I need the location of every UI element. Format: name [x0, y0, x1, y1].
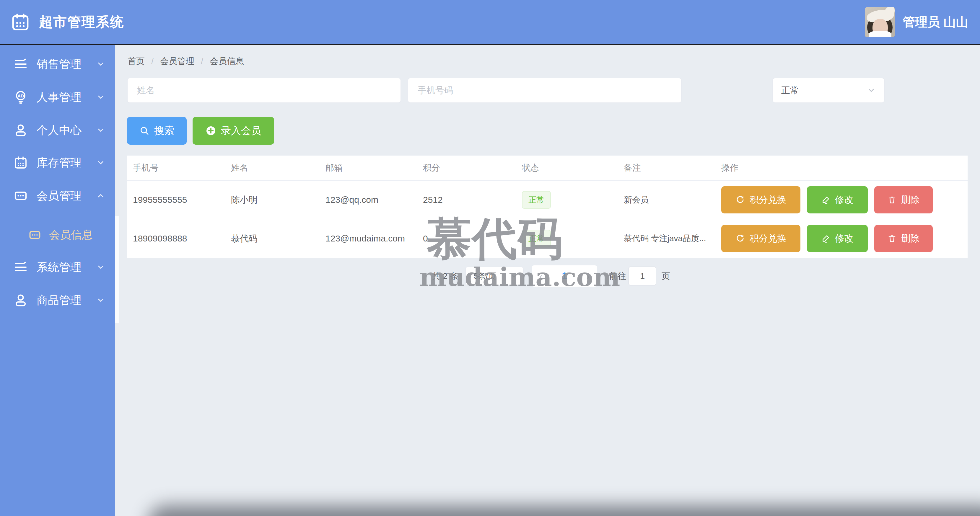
- calendar-logo-icon: [11, 13, 30, 32]
- edit-button[interactable]: 修改: [807, 186, 868, 213]
- user-icon: [14, 123, 28, 137]
- chevron-up-icon: [96, 191, 105, 200]
- points-exchange-button[interactable]: 积分兑换: [721, 186, 800, 213]
- edit-pen-icon: [821, 195, 830, 204]
- sidebar-item-profile[interactable]: 个人中心: [0, 114, 115, 147]
- sidebar-item-system[interactable]: 系统管理: [0, 251, 115, 284]
- chevron-down-icon: [96, 158, 105, 167]
- sidebar-item-inventory[interactable]: 库存管理: [0, 146, 115, 179]
- brand: 超市管理系统: [11, 0, 124, 44]
- col-status: 状态: [522, 162, 624, 174]
- sidebar-item-label: 商品管理: [37, 293, 81, 308]
- status-select-value: 正常: [781, 84, 799, 97]
- sidebar-subitem-member-info[interactable]: 会员信息: [0, 219, 115, 251]
- status-badge: 正常: [522, 191, 551, 209]
- sidebar-item-label: 库存管理: [37, 155, 81, 170]
- cell-phone: 19955555555: [133, 195, 231, 205]
- table-row: 18909098888 慕代码 123@mudaima.com 0 正常 慕代码…: [127, 219, 967, 258]
- col-phone: 手机号: [133, 162, 231, 174]
- col-remark: 备注: [624, 162, 721, 174]
- card-icon: [14, 189, 28, 203]
- prev-page-button[interactable]: ‹: [539, 270, 542, 282]
- cell-phone: 18909098888: [133, 233, 231, 243]
- bottom-shadow: [148, 505, 980, 516]
- chevron-down-icon: [96, 126, 105, 135]
- delete-label: 删除: [901, 232, 920, 245]
- sidebar-item-hr[interactable]: AD 人事管理: [0, 81, 115, 114]
- user-icon: [14, 293, 28, 307]
- chevron-down-icon: [511, 273, 518, 279]
- plus-circle-icon: [205, 125, 216, 136]
- points-exchange-button[interactable]: 积分兑换: [721, 225, 800, 252]
- user-name-label: 管理员 山山: [903, 14, 968, 30]
- sidebar-item-label: 人事管理: [37, 90, 81, 105]
- search-button[interactable]: 搜索: [127, 117, 187, 144]
- goto-page-input[interactable]: [628, 267, 656, 286]
- page-size-value: 5条/页: [474, 271, 496, 281]
- magnifier-icon: [139, 126, 150, 136]
- chevron-down-icon: [96, 263, 105, 271]
- delete-label: 删除: [901, 194, 920, 206]
- current-page-button[interactable]: 1: [562, 271, 567, 281]
- table-header-row: 手机号 姓名 邮箱 积分 状态 备注 操作: [127, 156, 967, 181]
- chevron-down-icon: [96, 60, 105, 68]
- refresh-icon: [735, 234, 745, 243]
- sidebar-item-sales[interactable]: 销售管理: [0, 48, 115, 81]
- menu-lines-icon: [14, 57, 28, 71]
- add-member-button-label: 录入会员: [221, 124, 261, 138]
- edit-label: 修改: [835, 232, 853, 245]
- sidebar-item-members[interactable]: 会员管理: [0, 179, 115, 212]
- cell-email: 123@mudaima.com: [326, 233, 423, 243]
- table-row: 19955555555 陈小明 123@qq.com 2512 正常 新会员 积…: [127, 181, 967, 219]
- menu-lines-icon: [14, 260, 28, 274]
- delete-button[interactable]: 删除: [874, 225, 933, 252]
- svg-text:AD: AD: [18, 93, 24, 98]
- pagination-total: 共 2 条: [432, 267, 458, 286]
- trash-icon: [888, 195, 896, 204]
- edit-label: 修改: [835, 194, 853, 206]
- breadcrumb-home[interactable]: 首页: [127, 56, 145, 67]
- search-button-label: 搜索: [154, 124, 174, 138]
- breadcrumb-separator: /: [201, 57, 203, 67]
- header-divider: [0, 44, 980, 45]
- status-select[interactable]: 正常: [772, 78, 885, 103]
- breadcrumb-members[interactable]: 会员管理: [160, 56, 194, 67]
- calendar-icon: [14, 156, 28, 170]
- sidebar-subitem-label: 会员信息: [49, 228, 93, 242]
- delete-button[interactable]: 删除: [874, 186, 933, 213]
- next-page-button[interactable]: ›: [586, 270, 590, 282]
- points-exchange-label: 积分兑换: [749, 194, 786, 206]
- pager: ‹ 1 ›: [531, 265, 597, 287]
- sidebar-item-goods[interactable]: 商品管理: [0, 284, 115, 317]
- sidebar-nav: 销售管理 AD 人事管理 个人中心: [0, 45, 115, 516]
- col-name: 姓名: [231, 162, 326, 174]
- col-actions: 操作: [721, 162, 962, 174]
- avatar[interactable]: [865, 7, 895, 37]
- cell-name: 慕代码: [231, 233, 326, 245]
- sidebar-item-label: 会员管理: [37, 188, 81, 203]
- members-table: 手机号 姓名 邮箱 积分 状态 备注 操作 19955555555 陈小明 12…: [127, 156, 967, 258]
- name-search-input[interactable]: [127, 78, 401, 103]
- cell-email: 123@qq.com: [326, 195, 423, 205]
- card-icon: [29, 229, 41, 241]
- app-title: 超市管理系统: [39, 13, 124, 31]
- header-user-area[interactable]: 管理员 山山: [865, 0, 968, 44]
- refresh-icon: [735, 195, 745, 205]
- phone-search-input[interactable]: [407, 78, 682, 103]
- sidebar-item-label: 个人中心: [37, 123, 81, 138]
- cell-remark: 慕代码 专注java品质...: [624, 233, 721, 244]
- breadcrumb-member-info: 会员信息: [210, 56, 244, 67]
- col-email: 邮箱: [326, 162, 423, 174]
- edit-button[interactable]: 修改: [807, 225, 868, 252]
- points-exchange-label: 积分兑换: [749, 232, 786, 245]
- cell-remark: 新会员: [624, 194, 721, 205]
- bulb-icon: AD: [14, 90, 28, 104]
- top-header: 超市管理系统 管理员 山山: [0, 0, 980, 44]
- trash-icon: [888, 234, 896, 243]
- goto-page-label: 前往: [609, 267, 626, 286]
- sidebar-scrollbar[interactable]: [115, 216, 119, 323]
- sidebar-item-label: 系统管理: [37, 260, 81, 275]
- col-points: 积分: [423, 162, 522, 174]
- page-size-select[interactable]: 5条/页: [465, 267, 524, 286]
- add-member-button[interactable]: 录入会员: [192, 117, 274, 144]
